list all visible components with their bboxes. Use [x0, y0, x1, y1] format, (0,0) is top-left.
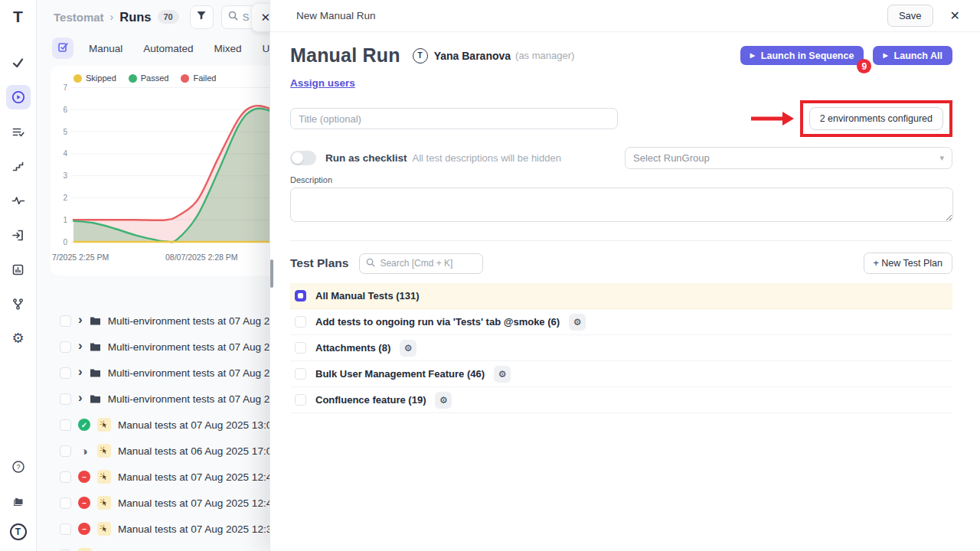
status-failed-icon: – [78, 471, 90, 483]
funnel-icon [196, 10, 207, 24]
chevron-right-icon[interactable]: › [78, 339, 83, 352]
svg-text:7: 7 [63, 83, 67, 92]
legend-item-skipped[interactable]: Skipped [74, 73, 116, 83]
status-passed-icon: ✓ [78, 419, 90, 431]
plan-label[interactable]: All Manual Tests (131) [315, 290, 420, 302]
owner-avatar[interactable]: T [413, 48, 428, 64]
sidebar-item-tests[interactable] [6, 51, 31, 75]
sidebar-item-import[interactable] [6, 223, 31, 247]
account-avatar[interactable]: T [10, 523, 27, 540]
assign-users-link[interactable]: Assign users [290, 77, 355, 89]
run-label[interactable]: Manual tests at 07 Aug 2025 13:02 [118, 419, 278, 431]
sidebar-item-test-plans[interactable] [6, 119, 31, 144]
icon-sidebar: T [0, 0, 37, 551]
test-plans-search[interactable] [359, 253, 483, 274]
rungroup-select[interactable]: Select RunGroup ▾ [625, 147, 952, 169]
row-checkbox[interactable] [60, 497, 71, 509]
projects-button[interactable] [6, 489, 31, 514]
folder-icon [90, 368, 101, 378]
run-label[interactable]: Manual tests at 07 Aug 2025 12:35 [118, 523, 278, 535]
test-plan-row[interactable]: Add tests to ongoing run via 'Tests' tab… [290, 309, 952, 335]
legend-item-failed[interactable]: Failed [181, 73, 216, 83]
environments-configured-button[interactable]: 2 environments configured [809, 107, 943, 130]
svg-text:?: ? [16, 463, 20, 471]
plan-checkbox-checked[interactable] [295, 290, 306, 302]
test-plan-row[interactable]: Confluence feature (19)⚙ [290, 387, 952, 413]
chevron-right-icon[interactable]: › [78, 365, 83, 378]
git-branch-icon [11, 298, 24, 311]
test-plan-row[interactable]: Bulk User Management Feature (46)⚙ [290, 361, 952, 387]
run-as-checklist-toggle[interactable] [290, 151, 316, 165]
launch-all-button[interactable]: ▶ Launch All [873, 46, 952, 65]
legend-dot [181, 74, 189, 83]
folder-icon [90, 316, 101, 326]
save-button[interactable]: Save [887, 5, 933, 27]
run-label[interactable]: Manual tests at 07 Aug 2025 12:42 [118, 497, 278, 509]
page-title: Manual Run [290, 44, 400, 67]
folder-icon [90, 394, 101, 404]
row-checkbox[interactable] [60, 393, 71, 405]
tab-automated[interactable]: Automated [143, 43, 193, 54]
clipboard-check-icon [57, 41, 69, 56]
run-label[interactable]: Multi-environment tests at 07 Aug 2025 [108, 315, 287, 327]
plan-settings-button[interactable]: ⚙ [435, 392, 452, 409]
breadcrumb-runs[interactable]: Runs [119, 10, 151, 24]
plan-label[interactable]: Add tests to ongoing run via 'Tests' tab… [315, 316, 560, 328]
plan-settings-button[interactable]: ⚙ [494, 366, 511, 383]
plan-settings-button[interactable]: ⚙ [400, 340, 416, 357]
pulse-icon [11, 194, 25, 207]
help-button[interactable]: ? [6, 455, 31, 479]
tab-manual[interactable]: Manual [89, 43, 122, 54]
close-icon[interactable]: ✕ [950, 8, 960, 23]
run-label[interactable]: Multi-environment tests at 07 Aug 2025 [108, 367, 287, 379]
plan-settings-button[interactable]: ⚙ [569, 314, 586, 331]
manual-test-icon [97, 470, 111, 484]
chevron-right-icon[interactable]: › [78, 391, 83, 404]
filter-button[interactable] [190, 5, 214, 29]
launch-in-sequence-button[interactable]: ▶ Launch in Sequence [740, 46, 864, 65]
notification-badge: 9 [857, 59, 871, 73]
tab-mixed[interactable]: Mixed [214, 43, 242, 54]
run-label[interactable]: Multi-environment tests at 07 Aug 2025 [108, 341, 287, 353]
plan-label[interactable]: Confluence feature (19) [315, 394, 426, 406]
test-plan-row[interactable]: Attachments (8)⚙ [290, 335, 952, 361]
row-checkbox[interactable] [60, 367, 71, 379]
row-checkbox[interactable] [60, 341, 71, 353]
plan-label[interactable]: Attachments (8) [315, 342, 390, 354]
sidebar-item-branches[interactable] [6, 292, 31, 316]
folder-stack-icon [11, 494, 25, 508]
tab-all-runs[interactable] [52, 37, 74, 59]
row-checkbox[interactable] [60, 471, 71, 483]
run-label[interactable]: Manual tests at 07 Aug 2025 12:43 [118, 471, 278, 483]
run-title-input[interactable] [290, 108, 618, 129]
manual-test-icon [78, 548, 92, 551]
manual-test-icon [97, 418, 111, 432]
check-icon [11, 57, 24, 70]
test-plans-search-input[interactable] [380, 258, 472, 269]
description-textarea[interactable] [290, 187, 953, 222]
test-plan-row[interactable]: All Manual Tests (131) [290, 283, 952, 309]
plan-checkbox[interactable] [295, 316, 306, 328]
row-checkbox[interactable] [60, 315, 71, 327]
plan-checkbox[interactable] [295, 394, 306, 406]
sidebar-item-settings[interactable]: ⚙ [6, 326, 31, 350]
run-label[interactable]: Multi-environment tests at 07 Aug 2025 [108, 393, 287, 405]
testomat-logo[interactable]: T [13, 8, 23, 26]
plan-checkbox[interactable] [295, 368, 306, 380]
manual-test-icon [97, 444, 111, 458]
sidebar-item-analytics[interactable] [6, 188, 31, 213]
svg-text:1: 1 [63, 216, 67, 224]
chevron-right-icon[interactable]: › [78, 313, 83, 326]
run-label[interactable]: Manual tests at 06 Aug 2025 17:06 [118, 445, 278, 457]
row-checkbox[interactable] [60, 445, 71, 457]
sidebar-item-runs[interactable] [6, 85, 31, 109]
sidebar-item-steps[interactable] [6, 154, 31, 178]
new-test-plan-button[interactable]: + New Test Plan [864, 253, 952, 274]
breadcrumb-project[interactable]: Testomat [54, 11, 104, 24]
row-checkbox[interactable] [60, 419, 71, 431]
plan-checkbox[interactable] [295, 342, 306, 354]
plan-label[interactable]: Bulk User Management Feature (46) [315, 368, 485, 380]
row-checkbox[interactable] [60, 523, 71, 535]
legend-item-passed[interactable]: Passed [129, 73, 169, 83]
sidebar-item-reports[interactable] [6, 257, 31, 282]
